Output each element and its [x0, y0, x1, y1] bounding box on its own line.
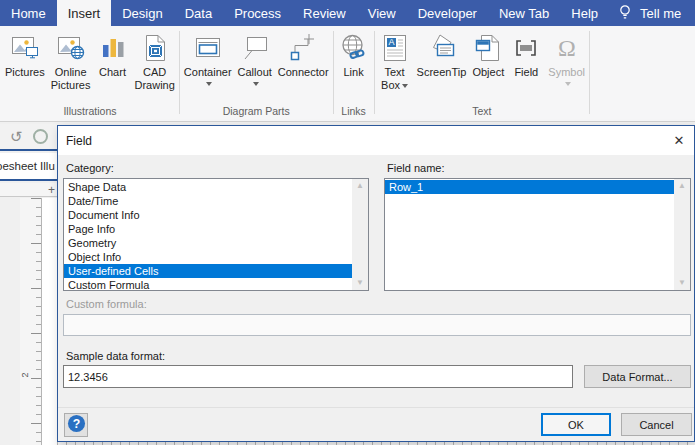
ribbon-button-object[interactable]: Object: [469, 30, 507, 79]
symbol-icon: Ω: [551, 32, 583, 64]
group-label-diagram-parts: Diagram Parts: [181, 105, 332, 121]
group-label-links: Links: [335, 105, 373, 121]
tab-help[interactable]: Help: [560, 0, 609, 26]
tab-insert[interactable]: Insert: [57, 0, 112, 26]
page-canvas[interactable]: [42, 198, 57, 445]
ribbon-button-label: Callout: [238, 66, 272, 79]
ribbon-group-links: LinkLinks: [335, 26, 373, 121]
ribbon-tab-bar: HomeInsertDesignDataProcessReviewViewDev…: [0, 0, 695, 26]
category-item-object-info[interactable]: Object Info: [64, 250, 352, 264]
tab-design[interactable]: Design: [111, 0, 173, 26]
field-icon: [510, 32, 542, 64]
tab-view[interactable]: View: [357, 0, 407, 26]
ribbon: PicturesOnlinePicturesChartCADDrawingIll…: [0, 26, 695, 122]
scroll-down-icon[interactable]: ▼: [356, 276, 364, 290]
ribbon-button-pictures[interactable]: Pictures: [2, 30, 48, 79]
category-item-geometry[interactable]: Geometry: [64, 236, 352, 250]
horizontal-ruler: +: [0, 183, 57, 197]
sample-data-format-input[interactable]: [63, 365, 573, 388]
connector-icon: [287, 32, 319, 64]
tab-developer[interactable]: Developer: [407, 0, 488, 26]
ribbon-button-dropdown: [251, 79, 259, 89]
category-scrollbar[interactable]: ▲ ▼: [352, 179, 368, 290]
custom-formula-label: Custom formula:: [66, 298, 147, 310]
field-dialog: Field ✕ Category: Shape DataDate/TimeDoc…: [57, 125, 695, 442]
ok-button[interactable]: OK: [541, 413, 611, 436]
ribbon-button-label: Online: [55, 66, 87, 79]
link-icon: [338, 32, 370, 64]
group-separator: [589, 31, 590, 114]
category-item-page-info[interactable]: Page Info: [64, 222, 352, 236]
field-name-listbox: Row_1 ▲ ▼: [384, 178, 691, 291]
lightbulb-icon: [617, 4, 633, 23]
scroll-up-icon[interactable]: ▲: [356, 179, 364, 193]
ribbon-button-label: Connector: [278, 66, 329, 79]
group-separator: [333, 31, 334, 114]
scroll-up-icon[interactable]: ▲: [678, 179, 686, 193]
ribbon-group-diagram-parts: ContainerCalloutConnectorDiagram Parts: [181, 26, 332, 121]
category-item-date-time[interactable]: Date/Time: [64, 194, 352, 208]
dialog-divider: [58, 407, 694, 408]
category-item-document-info[interactable]: Document Info: [64, 208, 352, 222]
online-pictures-icon: [55, 32, 87, 64]
help-button[interactable]: ?: [64, 413, 88, 437]
ribbon-group-buttons: PicturesOnlinePicturesChartCADDrawing: [2, 30, 178, 105]
quick-access-row: ↺: [0, 124, 57, 151]
tell-me-box[interactable]: Tell me: [609, 0, 689, 26]
sample-data-format-label: Sample data format:: [66, 350, 165, 362]
ruler-major-ticks: [31, 198, 41, 445]
ribbon-button-field[interactable]: Field: [507, 30, 545, 79]
tab-new-tab[interactable]: New Tab: [488, 0, 560, 26]
ribbon-button-online-pictures[interactable]: OnlinePictures: [48, 30, 94, 92]
field-item-row-1[interactable]: Row_1: [385, 180, 674, 194]
close-icon[interactable]: ✕: [664, 126, 694, 155]
vertical-ruler: 2 3: [20, 198, 42, 445]
tab-review[interactable]: Review: [292, 0, 357, 26]
ribbon-button-dropdown: [563, 79, 571, 89]
ribbon-tabs: HomeInsertDesignDataProcessReviewViewDev…: [0, 0, 609, 26]
ribbon-button-cad-drawing[interactable]: CADDrawing: [132, 30, 178, 92]
field-scrollbar[interactable]: ▲ ▼: [674, 179, 690, 290]
ribbon-button-container[interactable]: Container: [181, 30, 235, 89]
group-label-text: Text: [376, 105, 588, 121]
record-circle-icon[interactable]: [33, 129, 48, 144]
ribbon-button-text-box[interactable]: ATextBox: [376, 30, 414, 92]
ruler-number: 2: [20, 372, 30, 377]
ribbon-button-label: ScreenTip: [417, 66, 467, 79]
ribbon-group-buttons: ATextBoxScreenTipObjectFieldΩSymbol: [376, 30, 588, 105]
tab-data[interactable]: Data: [174, 0, 223, 26]
ribbon-button-label: Symbol: [548, 66, 585, 79]
ribbon-button-chart[interactable]: Chart: [94, 30, 132, 79]
tab-home[interactable]: Home: [0, 0, 57, 26]
ribbon-button-label: CAD: [143, 66, 166, 79]
category-item-custom-formula[interactable]: Custom Formula: [64, 278, 352, 290]
ribbon-button-label: Box: [381, 79, 408, 92]
svg-text:?: ?: [72, 416, 80, 430]
worksheet-tab-label: oesheet Illu: [0, 160, 55, 172]
ribbon-group-text: ATextBoxScreenTipObjectFieldΩSymbolText: [376, 26, 588, 121]
object-icon: [472, 32, 504, 64]
category-item-user-defined-cells[interactable]: User-defined Cells: [64, 264, 352, 278]
data-format-button[interactable]: Data Format...: [584, 365, 691, 388]
ribbon-button-label: Object: [472, 66, 504, 79]
undo-icon[interactable]: ↺: [10, 128, 23, 146]
tab-process[interactable]: Process: [223, 0, 292, 26]
category-item-shape-data[interactable]: Shape Data: [64, 180, 352, 194]
ribbon-button-connector[interactable]: Connector: [275, 30, 332, 79]
ribbon-button-label: Pictures: [51, 79, 91, 92]
ribbon-button-label: Container: [184, 66, 232, 79]
ribbon-button-callout[interactable]: Callout: [235, 30, 275, 89]
cancel-button[interactable]: Cancel: [621, 413, 692, 436]
worksheet-tab[interactable]: oesheet Illu: [0, 153, 57, 181]
help-icon: ?: [67, 414, 86, 437]
ruler-crosshair: +: [48, 183, 55, 197]
callout-icon: [239, 32, 271, 64]
group-separator: [179, 31, 180, 114]
cad-drawing-icon: [139, 32, 171, 64]
screentip-icon: [425, 32, 457, 64]
dialog-title-bar[interactable]: Field ✕: [58, 126, 694, 155]
ribbon-button-link[interactable]: Link: [335, 30, 373, 79]
ribbon-button-screentip[interactable]: ScreenTip: [414, 30, 470, 79]
scroll-down-icon[interactable]: ▼: [678, 276, 686, 290]
group-separator: [374, 31, 375, 114]
